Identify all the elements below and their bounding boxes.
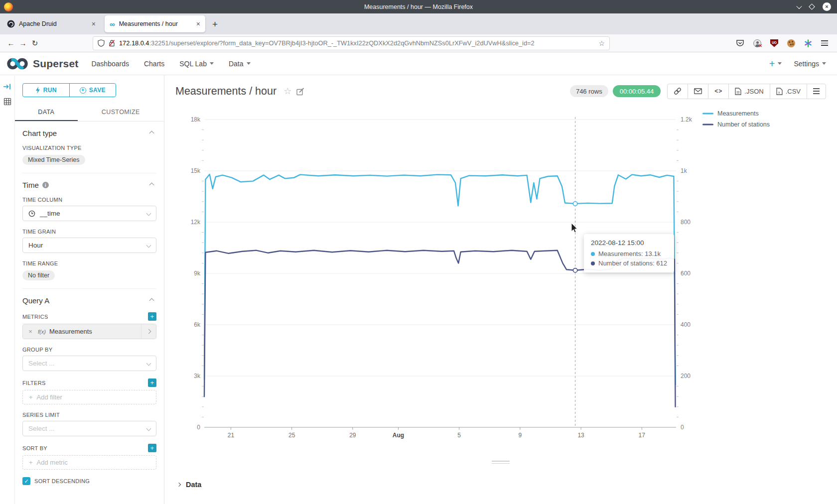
nav-item-charts[interactable]: Charts	[144, 60, 164, 68]
edit-properties-icon[interactable]	[296, 87, 305, 96]
y-axis-left-tick: 0	[197, 424, 200, 431]
tab-close-icon[interactable]: ×	[92, 20, 96, 27]
section-header[interactable]: Timei	[22, 181, 156, 189]
proxy-disabled-badge: ✕	[758, 43, 762, 48]
time-grain-select[interactable]: Hour	[22, 238, 156, 253]
sort-descending-row: ✓ SORT DESCENDING	[22, 477, 156, 491]
y-axis-right-tick: 800	[681, 219, 691, 226]
collapse-panel-icon[interactable]	[3, 83, 11, 91]
metrics-box: × f(x)Measurements	[22, 324, 156, 339]
add-metric-plus-button[interactable]: +	[148, 312, 156, 321]
time-grain-label: TIME GRAIN	[22, 229, 156, 235]
tab-close-icon[interactable]: ×	[196, 20, 200, 27]
chart-tooltip: 2022-08-12 15:00 Measurements: 13.1k Num…	[584, 234, 674, 272]
forward-icon[interactable]: →	[17, 39, 29, 47]
chart-canvas[interactable]: 18k1.2k15k1k12k8009k6006k4003k2000021252…	[164, 107, 837, 456]
favorite-star-icon[interactable]: ☆	[283, 86, 291, 97]
superset-infinity-icon	[6, 56, 29, 71]
ublock-extension-icon[interactable]: UO	[770, 39, 778, 47]
dataset-grid-icon[interactable]	[3, 98, 11, 106]
series-limit-select[interactable]: Select ...	[22, 421, 156, 436]
tooltip-row-measurements: Measurements: 13.1k	[591, 250, 667, 257]
url-bar[interactable]: 172.18.0.4:32251/superset/explore/?form_…	[93, 36, 610, 50]
add-sort-metric-box[interactable]: +Add metric	[22, 455, 156, 470]
browser-toolbar: ← → ↻ 172.18.0.4:32251/superset/explore/…	[0, 34, 837, 52]
drag-handle[interactable]	[492, 461, 510, 464]
sort-by-label: SORT BY +	[22, 444, 156, 452]
hover-marker	[573, 202, 577, 206]
chart-header: Measurements / hour ☆ 746 rows 00:00:05.…	[164, 75, 837, 107]
expand-metric-icon[interactable]	[141, 324, 156, 339]
chevron-up-icon	[149, 183, 154, 188]
tab-data[interactable]: DATA	[15, 105, 78, 121]
add-filter-box[interactable]: +Add filter	[22, 390, 156, 404]
sort-descending-checkbox[interactable]: ✓	[22, 477, 30, 485]
metric-chip-measurements[interactable]: × f(x)Measurements	[23, 324, 156, 339]
extension-asterisk-icon[interactable]	[804, 39, 812, 47]
pocket-icon[interactable]	[736, 39, 744, 47]
export-json-button[interactable]: .JSON	[728, 84, 769, 99]
add-sort-metric-plus-button[interactable]: +	[148, 444, 156, 452]
nav-item-dashboards[interactable]: Dashboards	[91, 60, 129, 68]
envelope-icon	[694, 88, 702, 94]
nav-item-data[interactable]: Data	[229, 60, 251, 68]
run-button[interactable]: RUN	[23, 84, 69, 97]
proxy-extension-icon[interactable]: ✕	[753, 39, 761, 47]
back-icon[interactable]: ←	[5, 39, 17, 47]
legend-swatch	[702, 113, 713, 115]
window-maximize-icon[interactable]	[809, 3, 815, 10]
window-close-icon[interactable]: ×	[823, 2, 831, 11]
y-axis-right-tick: 200	[681, 373, 691, 379]
reload-icon[interactable]: ↻	[29, 39, 41, 48]
tab-apache-druid[interactable]: Apache Druid ×	[2, 15, 101, 32]
tracking-shield-icon[interactable]	[98, 39, 105, 47]
embed-code-button[interactable]: <>	[708, 84, 728, 99]
chevron-down-icon	[247, 62, 251, 65]
nav-item-sql-lab[interactable]: SQL Lab	[179, 60, 214, 68]
superset-logo[interactable]: Superset	[6, 56, 78, 71]
panel-splitter[interactable]	[164, 456, 837, 469]
chart-menu-button[interactable]	[807, 84, 826, 99]
tab-customize[interactable]: CUSTOMIZE	[78, 105, 164, 121]
section-header[interactable]: Query A	[22, 296, 156, 305]
time-range-value[interactable]: No filter	[22, 270, 55, 280]
new-tab-button[interactable]: +	[212, 19, 218, 29]
settings-menu[interactable]: Settings	[794, 60, 826, 68]
section-query-a: Query A METRICS + × f(x)Measurements GRO…	[22, 289, 156, 499]
time-column-select[interactable]: __time	[22, 206, 156, 221]
y-axis-right-tick: 1.2k	[681, 116, 693, 123]
url-text: 172.18.0.4:32251/superset/explore/?form_…	[119, 39, 594, 47]
export-csv-button[interactable]: x .CSV	[770, 84, 807, 99]
firefox-window: Measurements / hour — Mozilla Firefox × …	[0, 0, 837, 504]
tab-strip: Apache Druid × ∞ Measurements / hour × +	[0, 13, 837, 34]
x-axis-tick: 9	[519, 432, 522, 439]
group-by-select[interactable]: Select ...	[22, 356, 156, 371]
viz-type-value[interactable]: Mixed Time-Series	[22, 155, 85, 165]
bookmark-star-icon[interactable]: ☆	[598, 39, 605, 47]
email-button[interactable]	[688, 84, 708, 99]
fx-icon: f(x)	[38, 329, 46, 335]
copy-link-button[interactable]	[668, 84, 688, 99]
window-minimize-icon[interactable]	[796, 3, 802, 8]
firefox-menu-icon[interactable]	[821, 40, 828, 46]
chevron-down-icon	[210, 62, 214, 65]
save-button[interactable]: + SAVE	[69, 84, 116, 97]
data-toggle[interactable]: Data	[177, 481, 837, 489]
chevron-down-icon	[778, 62, 782, 65]
add-filter-plus-button[interactable]: +	[148, 378, 156, 387]
file-icon	[735, 88, 741, 95]
clock-icon	[28, 210, 35, 217]
superset-favicon: ∞	[110, 20, 115, 28]
chevron-down-icon	[146, 361, 151, 366]
new-item-button[interactable]: +	[769, 59, 782, 69]
insecure-lock-icon[interactable]	[109, 39, 115, 47]
remove-metric-icon[interactable]: ×	[23, 328, 38, 335]
x-axis-tick: 25	[288, 432, 295, 439]
row-count-badge: 746 rows	[570, 85, 608, 97]
cookie-extension-icon[interactable]	[787, 39, 795, 47]
data-toggle-label: Data	[186, 481, 201, 489]
tab-measurements-hour[interactable]: ∞ Measurements / hour ×	[105, 15, 205, 32]
section-header[interactable]: Chart type	[22, 129, 156, 137]
tooltip-row-stations: Number of stations: 612	[591, 259, 667, 267]
chart-panel: Measurements / hour ☆ 746 rows 00:00:05.…	[164, 75, 837, 504]
